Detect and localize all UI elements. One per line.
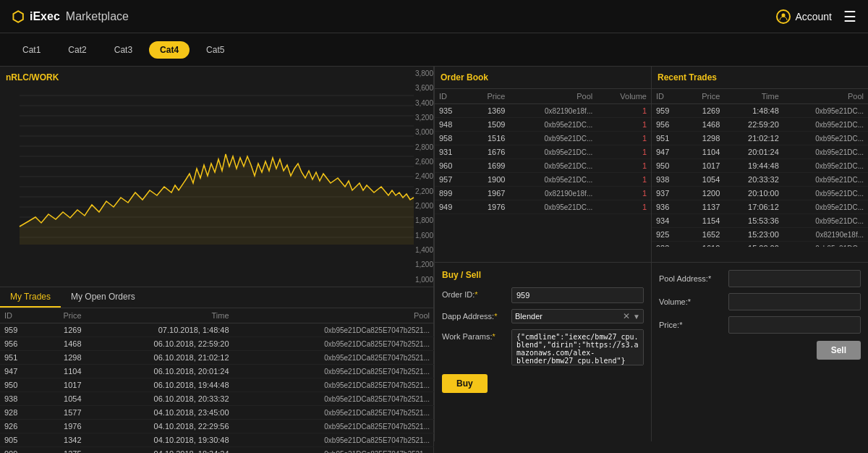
rt-time: 20:10:00 (724, 187, 783, 200)
ob-volume: 1 (597, 187, 651, 200)
rt-id: 956 (652, 118, 684, 132)
my-trade-row[interactable]: 909 1275 04.10.2018, 18:34:24 0xb95e21DC… (0, 447, 434, 454)
my-trade-row[interactable]: 956 1468 06.10.2018, 22:59:20 0xb95e21DC… (0, 337, 434, 351)
mt-price: 1269 (38, 323, 85, 337)
my-trade-row[interactable]: 950 1017 06.10.2018, 19:44:48 0xb95e21DC… (0, 378, 434, 392)
recent-trade-row[interactable]: 925 1652 15:23:00 0x82190e18f... (652, 228, 868, 242)
rt-time: 21:02:12 (724, 132, 783, 145)
account-button[interactable]: Account (776, 9, 832, 24)
order-book-row[interactable]: 948 1509 0xb95e21DC... 1 (435, 118, 651, 132)
recent-trades-scroll[interactable]: ID Price Time Pool 959 1269 1:48:48 0xb9… (652, 89, 868, 247)
account-icon (776, 9, 791, 24)
mt-price: 1298 (38, 351, 85, 365)
rt-pool: 0xb95e21DC... (783, 145, 868, 159)
my-trade-row[interactable]: 959 1269 07.10.2018, 1:48:48 0xb95e21DCa… (0, 323, 434, 337)
order-id-input[interactable] (511, 287, 644, 303)
rt-id: 959 (652, 104, 684, 118)
rt-id: 934 (652, 214, 684, 228)
recent-trade-row[interactable]: 934 1154 15:53:36 0xb95e21DC... (652, 214, 868, 228)
recent-trade-row[interactable]: 947 1104 20:01:24 0xb95e21DC... (652, 145, 868, 159)
ob-price: 1967 (469, 187, 510, 200)
tab-open-orders[interactable]: My Open Orders (61, 287, 145, 308)
order-book-title: Order Book (435, 67, 651, 89)
svg-marker-16 (20, 154, 414, 245)
rt-price: 1054 (684, 173, 724, 187)
recent-trade-row[interactable]: 959 1269 1:48:48 0xb95e21DC... (652, 104, 868, 118)
mt-pool: 0xb95e21DCa825E7047b2521... (234, 447, 434, 454)
rt-price: 1137 (684, 200, 724, 214)
order-id-label: Order ID:* (442, 287, 507, 299)
order-book-row[interactable]: 899 1967 0x82190e18f... 1 (435, 187, 651, 200)
order-book-row[interactable]: 949 1976 0xb95e21DC... 1 (435, 200, 651, 214)
rt-pool: 0xb95e21DC... (783, 104, 868, 118)
rt-time: 19:44:48 (724, 159, 783, 173)
price-row: Price:* (659, 316, 861, 334)
ob-price: 1699 (469, 159, 510, 173)
recent-trade-row[interactable]: 933 1612 15:22:00 0xb95e21DC... (652, 242, 868, 247)
dapp-clear-icon[interactable]: ✕ (623, 311, 630, 321)
ob-volume: 1 (597, 132, 651, 145)
rt-time: 20:01:24 (724, 145, 783, 159)
my-trade-row[interactable]: 947 1104 06.10.2018, 20:01:24 0xb95e21DC… (0, 365, 434, 378)
mt-price: 1342 (38, 433, 85, 447)
sell-button-row: Sell (659, 341, 861, 360)
mt-id: 950 (0, 378, 38, 392)
ob-id: 957 (435, 173, 469, 187)
order-book-row[interactable]: 957 1900 0xb95e21DC... 1 (435, 173, 651, 187)
mt-price: 1104 (38, 365, 85, 378)
order-book-row[interactable]: 931 1676 0xb95e21DC... 1 (435, 145, 651, 159)
rt-id: 951 (652, 132, 684, 145)
my-trade-row[interactable]: 951 1298 06.10.2018, 21:02:12 0xb95e21DC… (0, 351, 434, 365)
mt-pool: 0xb95e21DCa825E7047b2521... (234, 337, 434, 351)
price-input[interactable] (728, 316, 861, 334)
mt-price: 1017 (38, 378, 85, 392)
order-book-row[interactable]: 960 1699 0xb95e21DC... 1 (435, 159, 651, 173)
price-label: Price:* (659, 321, 724, 329)
recent-trade-row[interactable]: 951 1298 21:02:12 0xb95e21DC... (652, 132, 868, 145)
tab-cat5[interactable]: Cat5 (195, 41, 235, 59)
volume-label: Volume:* (659, 297, 724, 306)
tab-my-trades[interactable]: My Trades (0, 287, 61, 308)
my-trade-row[interactable]: 938 1054 06.10.2018, 20:33:32 0xb95e21DC… (0, 392, 434, 406)
tab-cat3[interactable]: Cat3 (103, 41, 143, 59)
tab-cat1[interactable]: Cat1 (12, 41, 51, 59)
ob-col-id: ID (435, 89, 469, 104)
menu-icon[interactable]: ☰ (843, 8, 856, 25)
recent-trade-row[interactable]: 956 1468 22:59:20 0xb95e21DC... (652, 118, 868, 132)
rt-time: 15:23:00 (724, 228, 783, 242)
mt-price: 1054 (38, 392, 85, 406)
sell-button[interactable]: Sell (817, 341, 861, 360)
order-book-row[interactable]: 958 1516 0xb95e21DC... 1 (435, 132, 651, 145)
buy-button[interactable]: Buy (442, 374, 488, 393)
recent-trade-row[interactable]: 937 1200 20:10:00 0xb95e21DC... (652, 187, 868, 200)
order-book-scroll[interactable]: ID Price Pool Volume 935 1369 0x82190e18… (435, 89, 651, 214)
order-book-panel: Order Book ID Price Pool Volume (434, 67, 651, 262)
rt-id: 925 (652, 228, 684, 242)
order-id-row: Order ID:* (442, 287, 644, 303)
tab-cat2[interactable]: Cat2 (57, 41, 97, 59)
ob-col-pool: Pool (509, 89, 597, 104)
my-trade-row[interactable]: 905 1342 04.10.2018, 19:30:48 0xb95e21DC… (0, 433, 434, 447)
ob-price: 1509 (469, 118, 510, 132)
my-trade-row[interactable]: 926 1976 04.10.2018, 22:29:56 0xb95e21DC… (0, 420, 434, 433)
my-trade-row[interactable]: 928 1577 04.10.2018, 23:45:00 0xb95e21DC… (0, 406, 434, 420)
recent-trade-row[interactable]: 936 1137 17:06:12 0xb95e21DC... (652, 200, 868, 214)
rt-time: 22:59:20 (724, 118, 783, 132)
dapp-select[interactable]: Blender ✕ ▼ (511, 309, 644, 323)
dapp-dropdown-icon[interactable]: ▼ (633, 313, 640, 321)
rt-time: 15:22:00 (724, 242, 783, 247)
order-book-row[interactable]: 935 1369 0x82190e18f... 1 (435, 104, 651, 118)
recent-trade-row[interactable]: 950 1017 19:44:48 0xb95e21DC... (652, 159, 868, 173)
volume-input[interactable] (728, 293, 861, 310)
recent-trades-panel: Recent Trades ID Price Time Pool (651, 67, 868, 262)
tab-cat4[interactable]: Cat4 (149, 41, 190, 59)
mt-id: 959 (0, 323, 38, 337)
recent-trade-row[interactable]: 938 1054 20:33:32 0xb95e21DC... (652, 173, 868, 187)
mt-time: 06.10.2018, 22:59:20 (86, 337, 234, 351)
rt-col-time: Time (724, 89, 783, 104)
ob-id: 960 (435, 159, 469, 173)
pool-address-input[interactable] (728, 270, 861, 287)
mt-id: 947 (0, 365, 38, 378)
volume-row: Volume:* (659, 293, 861, 310)
work-params-input[interactable]: {"cmdline":"iexec/bmw27_cpu.blend","diri… (511, 329, 644, 365)
